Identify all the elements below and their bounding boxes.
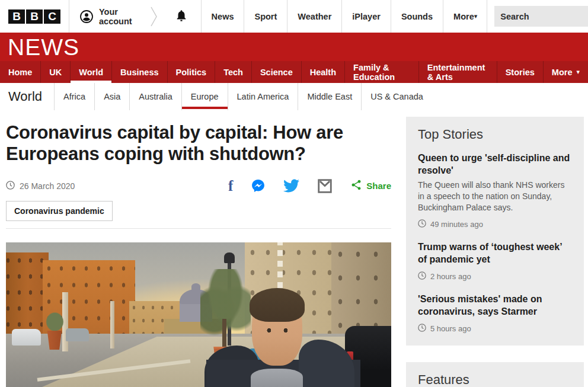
nav-item-stories[interactable]: Stories	[497, 61, 543, 83]
clock-icon	[418, 219, 426, 229]
bell-icon	[175, 8, 188, 24]
topnav-more-dropdown[interactable]: More ▾	[443, 0, 487, 33]
subnav-item-australia[interactable]: Australia	[129, 83, 181, 110]
article-date-text: 26 March 2020	[20, 181, 75, 191]
story-summary: The Queen will also thank NHS workers in…	[418, 180, 572, 213]
topic-tag-coronavirus-pandemic[interactable]: Coronavirus pandemic	[6, 201, 113, 221]
topnav-item-iplayer[interactable]: iPlayer	[341, 0, 391, 33]
global-top-bar: B B C Your account News Sport Weather iP…	[0, 0, 588, 33]
story-headline[interactable]: 'Serious mistakes' made on coronavirus, …	[418, 293, 572, 318]
topnav-label: Weather	[298, 12, 331, 21]
messenger-share-icon[interactable]	[251, 178, 266, 193]
top-stories-title: Top Stories	[418, 127, 572, 142]
twitter-share-icon[interactable]	[283, 178, 299, 194]
search-input[interactable]	[500, 12, 588, 21]
topnav-label: Sport	[254, 12, 277, 21]
world-sections-nav: World Africa Asia Australia Europe Latin…	[0, 83, 588, 110]
bbc-logo-block: C	[44, 9, 60, 24]
news-masthead-title[interactable]: NEWS	[8, 36, 79, 59]
features-panel: Features	[406, 362, 584, 387]
nav-item-entertainment-arts[interactable]: Entertainment & Arts	[418, 61, 497, 83]
story-headline[interactable]: Trump warns of ‘toughest week’ of pandem…	[418, 241, 572, 266]
share-bar: f Share	[228, 178, 391, 194]
topnav-item-sport[interactable]: Sport	[244, 0, 287, 33]
topnav-label: News	[212, 12, 234, 21]
nav-item-uk[interactable]: UK	[40, 61, 70, 83]
section-chevron-divider	[150, 0, 162, 33]
bbc-logo-block: B	[8, 9, 25, 24]
your-account-button[interactable]: Your account	[69, 0, 150, 33]
nav-item-science[interactable]: Science	[251, 61, 301, 83]
top-story: 'Serious mistakes' made on coronavirus, …	[418, 293, 572, 334]
photo-parked-car-white	[12, 329, 41, 345]
nav-more-label: More	[552, 68, 573, 77]
right-sidebar: Top Stories Queen to urge 'self-discipli…	[406, 117, 584, 387]
story-timestamp: 2 hours ago	[418, 271, 572, 282]
topnav-label: Sounds	[401, 12, 433, 21]
story-timestamp: 5 hours ago	[418, 324, 572, 334]
top-story: Queen to urge 'self-discipline and resol…	[418, 152, 572, 229]
share-label: Share	[366, 181, 391, 191]
article-headline: Coronavirus capital by capital: How are …	[6, 122, 391, 165]
nav-item-business[interactable]: Business	[111, 61, 167, 83]
clock-icon	[418, 324, 426, 334]
nav-item-tech[interactable]: Tech	[215, 61, 251, 83]
photo-dome-lantern	[191, 283, 201, 290]
subnav-item-middle-east[interactable]: Middle East	[298, 83, 361, 110]
bbc-logo[interactable]: B B C	[0, 0, 69, 33]
nav-item-world[interactable]: World	[70, 61, 111, 83]
clock-icon	[418, 271, 426, 282]
story-time-text: 49 minutes ago	[430, 220, 483, 229]
account-icon	[79, 9, 94, 24]
photo-obelisk-2	[110, 301, 115, 348]
caret-down-icon: ▾	[576, 68, 580, 76]
subnav-item-asia[interactable]: Asia	[94, 83, 129, 110]
bbc-logo-block: B	[26, 9, 43, 24]
photo-parked-car-gray	[66, 328, 89, 341]
features-title: Features	[418, 372, 572, 387]
section-divider	[6, 228, 391, 229]
nav-item-health[interactable]: Health	[301, 61, 344, 83]
story-headline[interactable]: Queen to urge 'self-discipline and resol…	[418, 152, 572, 177]
notifications-button[interactable]	[162, 0, 201, 33]
story-time-text: 5 hours ago	[430, 324, 471, 333]
section-title-world[interactable]: World	[8, 89, 42, 104]
subnav-item-us-canada[interactable]: US & Canada	[361, 83, 432, 110]
page-content: Coronavirus capital by capital: How are …	[0, 110, 588, 387]
topnav-item-news[interactable]: News	[201, 0, 244, 33]
subnav-item-latin-america[interactable]: Latin America	[228, 83, 298, 110]
share-icon	[350, 179, 362, 193]
topnav-label: iPlayer	[352, 12, 381, 21]
top-story: Trump warns of ‘toughest week’ of pandem…	[418, 241, 572, 282]
subnav-item-africa[interactable]: Africa	[54, 83, 94, 110]
clock-icon	[6, 181, 15, 191]
primary-nav: Home UK World Business Politics Tech Sci…	[0, 61, 588, 83]
photo-reporter-hair	[250, 288, 305, 322]
topnav-more-label: More	[453, 12, 474, 21]
article-date: 26 March 2020	[6, 181, 75, 191]
article-column: Coronavirus capital by capital: How are …	[6, 110, 391, 387]
topnav-item-sounds[interactable]: Sounds	[391, 0, 443, 33]
caret-down-icon: ▾	[474, 12, 478, 20]
photo-potted-tree-left	[44, 310, 66, 334]
nav-item-politics[interactable]: Politics	[167, 61, 215, 83]
story-timestamp: 49 minutes ago	[418, 219, 572, 229]
photo-lamppost-head	[224, 252, 235, 263]
topnav-item-weather[interactable]: Weather	[287, 0, 341, 33]
share-button[interactable]: Share	[350, 179, 391, 193]
photo-reporter-scarf	[251, 369, 303, 387]
article-meta-row: 26 March 2020 f Share	[6, 178, 391, 194]
nav-item-family-education[interactable]: Family & Education	[344, 61, 418, 83]
subnav-item-europe[interactable]: Europe	[181, 83, 228, 110]
account-label: Your account	[99, 7, 132, 26]
nav-more-dropdown[interactable]: More▾	[543, 61, 588, 83]
search-field-container	[494, 6, 588, 27]
article-image	[6, 242, 391, 387]
top-stories-panel: Top Stories Queen to urge 'self-discipli…	[406, 117, 584, 346]
story-time-text: 2 hours ago	[430, 272, 471, 281]
email-share-icon[interactable]	[317, 178, 333, 194]
nav-item-home[interactable]: Home	[0, 61, 40, 83]
search-area	[487, 0, 588, 33]
facebook-share-icon[interactable]: f	[228, 178, 233, 193]
photo-tree-trunk	[222, 319, 226, 351]
